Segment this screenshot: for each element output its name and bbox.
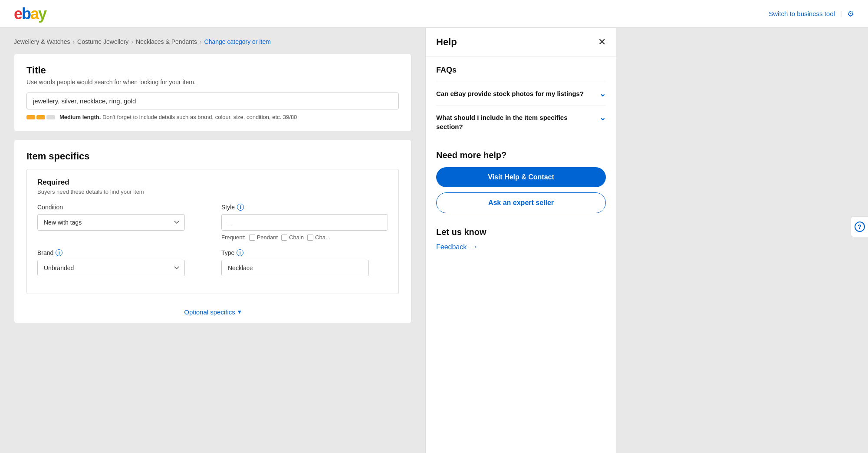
logo-b: b [22, 6, 30, 22]
fields-row-2: Brand i Unbranded Custom Type i [37, 249, 388, 276]
length-bar-3 [46, 115, 55, 119]
help-title: Help [436, 36, 457, 48]
pendant-label: Pendant [257, 234, 278, 241]
page-content: Jewellery & Watches › Costume Jewellery … [0, 28, 425, 453]
condition-field-group: Condition New with tags New without tags… [37, 204, 204, 241]
length-bar-2 [36, 115, 45, 119]
title-input[interactable] [26, 93, 399, 109]
style-field-group: Style i Frequent: Pendant [221, 204, 388, 241]
pendant-checkbox[interactable] [249, 235, 255, 241]
header-right: Switch to business tool | ⚙ [769, 9, 854, 19]
help-tab-icon: ? [855, 222, 865, 232]
help-tab[interactable]: ? [851, 216, 868, 237]
breadcrumb-sep-3: › [200, 38, 202, 45]
ask-expert-button[interactable]: Ask an expert seller [436, 192, 606, 213]
header-divider: | [840, 10, 842, 18]
cha-label: Cha... [315, 234, 330, 241]
feedback-link[interactable]: Feedback → [436, 242, 606, 251]
brand-select[interactable]: Unbranded Custom [37, 260, 185, 276]
length-count: 39/80 [283, 114, 297, 120]
change-category-link[interactable]: Change category or item [204, 38, 271, 45]
brand-label-text: Brand [37, 249, 53, 256]
condition-label: Condition [37, 204, 204, 211]
need-more-title: Need more help? [436, 150, 606, 160]
title-heading: Title [26, 65, 399, 76]
brand-info-icon[interactable]: i [56, 249, 62, 256]
faq-item-1[interactable]: Can eBay provide stock photos for my lis… [436, 82, 606, 106]
condition-label-text: Condition [37, 204, 63, 211]
feedback-label: Feedback [436, 243, 467, 251]
arrow-right-icon: → [470, 242, 478, 251]
type-label-text: Type [221, 249, 234, 256]
style-label-text: Style [221, 204, 235, 211]
required-heading: Required [37, 178, 388, 187]
visit-help-button[interactable]: Visit Help & Contact [436, 167, 606, 187]
breadcrumb-item-jewellery: Jewellery & Watches [14, 38, 70, 45]
chain-checkbox[interactable] [281, 235, 287, 241]
required-subtext: Buyers need these details to find your i… [37, 188, 388, 195]
main-layout: Jewellery & Watches › Costume Jewellery … [0, 28, 868, 453]
title-subtitle: Use words people would search for when l… [26, 79, 399, 86]
chevron-down-icon-2: ⌄ [599, 113, 606, 122]
faq-item-2[interactable]: What should I include in the Item specif… [436, 106, 606, 138]
logo-a: a [30, 6, 38, 22]
faq-question-2: What should I include in the Item specif… [436, 113, 599, 131]
optional-specifics-chevron: ▾ [238, 308, 241, 316]
logo-y: y [38, 6, 46, 22]
item-specifics-section-card: Item specifics Required Buyers need thes… [14, 140, 411, 323]
header: ebay Switch to business tool | ⚙ [0, 0, 868, 28]
style-info-icon[interactable]: i [237, 204, 244, 211]
breadcrumb-item-costume: Costume Jewellery [77, 38, 128, 45]
pendant-tag[interactable]: Pendant [249, 234, 278, 241]
chain-tag[interactable]: Chain [281, 234, 304, 241]
title-section-card: Title Use words people would search for … [14, 54, 411, 131]
length-bar-1 [26, 115, 35, 119]
type-label: Type i [221, 249, 388, 256]
required-box: Required Buyers need these details to fi… [26, 169, 399, 294]
frequent-label: Frequent: [221, 234, 246, 241]
ebay-logo: ebay [14, 6, 46, 22]
length-hint: Don't forget to include details such as … [102, 114, 281, 120]
type-info-icon[interactable]: i [237, 249, 243, 256]
frequent-tags: Frequent: Pendant Chain Ch [221, 234, 388, 241]
let-us-know-title: Let us know [436, 227, 606, 237]
optional-specifics[interactable]: Optional specifics ▾ [14, 301, 411, 323]
faqs-title: FAQs [436, 66, 606, 75]
faq-question-1: Can eBay provide stock photos for my lis… [436, 89, 599, 98]
breadcrumb: Jewellery & Watches › Costume Jewellery … [14, 38, 411, 45]
logo-e: e [14, 6, 22, 22]
brand-field-group: Brand i Unbranded Custom [37, 249, 204, 276]
switch-business-link[interactable]: Switch to business tool [769, 10, 835, 17]
let-us-know: Let us know Feedback → [436, 227, 606, 251]
optional-specifics-label: Optional specifics [184, 308, 235, 316]
chevron-down-icon-1: ⌄ [599, 89, 606, 99]
style-input[interactable] [221, 214, 388, 231]
cha-tag[interactable]: Cha... [307, 234, 330, 241]
title-section-inner: Title Use words people would search for … [14, 54, 411, 131]
help-panel: Help ✕ FAQs Can eBay provide stock photo… [425, 28, 616, 453]
help-close-button[interactable]: ✕ [598, 37, 606, 47]
cha-checkbox[interactable] [307, 235, 313, 241]
brand-label: Brand i [37, 249, 204, 256]
length-text: Medium length. Don't forget to include d… [59, 114, 297, 120]
title-meta: Medium length. Don't forget to include d… [26, 114, 399, 120]
need-more-help: Need more help? Visit Help & Contact Ask… [436, 150, 606, 213]
item-specifics-heading: Item specifics [14, 140, 411, 162]
breadcrumb-item-necklaces: Necklaces & Pendants [136, 38, 197, 45]
breadcrumb-sep-1: › [72, 38, 75, 45]
style-label: Style i [221, 204, 388, 211]
fields-row-1: Condition New with tags New without tags… [37, 204, 388, 241]
breadcrumb-sep-2: › [131, 38, 133, 45]
chain-label: Chain [289, 234, 304, 241]
help-header: Help ✕ [426, 28, 616, 57]
length-bar-container [26, 115, 55, 119]
gear-icon[interactable]: ⚙ [847, 9, 854, 19]
length-highlight: Medium length. [59, 114, 101, 120]
type-input[interactable] [221, 260, 369, 276]
type-field-group: Type i [221, 249, 388, 276]
condition-select[interactable]: New with tags New without tags New with … [37, 214, 185, 231]
help-body: FAQs Can eBay provide stock photos for m… [426, 57, 616, 453]
